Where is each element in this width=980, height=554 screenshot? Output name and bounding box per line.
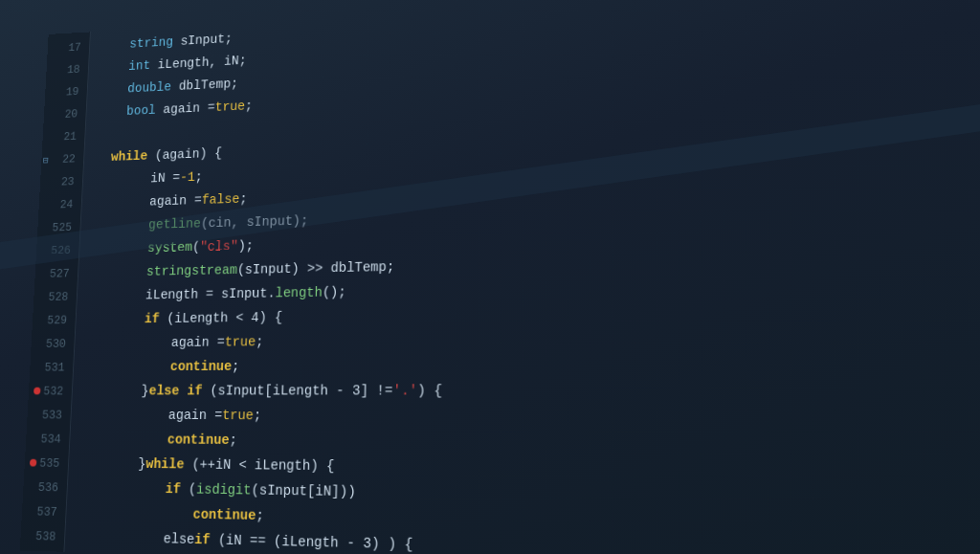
token-true: true — [214, 95, 245, 119]
line-num-20: 20 — [43, 102, 86, 126]
token-while: while — [145, 452, 185, 476]
line-num-533: 533 — [27, 403, 71, 427]
line-num-23: 23 — [39, 169, 82, 193]
token-type: bool — [126, 99, 157, 122]
token-else-if: else if — [148, 379, 203, 403]
line-num-525: 525 — [37, 215, 80, 239]
token-plain: ); — [237, 233, 254, 257]
code-line-531: continue ; — [87, 349, 980, 379]
token-plain: dblTemp; — [171, 72, 239, 98]
token-num: -1 — [180, 166, 196, 189]
token-plain: iLength = sInput. — [145, 281, 276, 307]
token-plain: (sInput[iN])) — [251, 477, 356, 504]
line-num-19: 19 — [45, 79, 88, 103]
token-false: false — [201, 188, 239, 212]
token-true: true — [222, 403, 254, 428]
token-continue: continue — [167, 428, 230, 453]
token-fn: getline — [148, 211, 202, 236]
code-content: string sInput; int iLength, iN; double d… — [64, 0, 980, 554]
token-if: if — [165, 476, 181, 501]
token-plain: ( — [180, 476, 196, 501]
token-type: string — [129, 31, 174, 55]
line-num-24: 24 — [38, 192, 81, 216]
token-str: "cls" — [200, 234, 239, 259]
token-type: double — [127, 76, 172, 100]
token-plain: (iN == (iLength - 3) ) { — [210, 527, 412, 554]
token-while: while — [110, 144, 147, 168]
token-plain: (++iN < iLength) { — [184, 452, 335, 478]
token-plain: ) { — [417, 378, 442, 403]
token-if: if — [144, 307, 160, 331]
token-plain: again = — [149, 188, 203, 213]
line-num-17: 17 — [47, 35, 90, 59]
token-plain: again = — [155, 96, 215, 122]
line-num-539: 539 — [19, 548, 64, 554]
token-plain: ; — [232, 354, 240, 379]
token-type: int — [128, 55, 151, 78]
token-fn: stringstream — [145, 258, 237, 284]
line-num-532: 532 — [28, 379, 72, 403]
line-num-528: 528 — [33, 285, 78, 309]
code-area: 17 18 19 20 21 22 23 24 525 526 527 528 … — [20, 0, 980, 554]
token-plain: else — [163, 526, 195, 552]
line-num-22: 22 — [41, 147, 84, 171]
token-plain: ; — [194, 166, 203, 189]
code-line-532: } else if (sInput[iLength - 3] != '.' ) … — [85, 377, 980, 405]
line-num-530: 530 — [31, 332, 75, 356]
token-plain: (cin, sInput); — [200, 209, 308, 235]
line-num-527: 527 — [34, 261, 78, 285]
token-fn: isdigit — [196, 477, 252, 503]
token-plain: (sInput) >> dblTemp; — [237, 255, 395, 281]
line-num-526: 526 — [35, 238, 79, 262]
token-true: true — [224, 330, 256, 355]
token-plain: again = — [167, 403, 222, 428]
line-num-534: 534 — [26, 427, 71, 451]
line-num-537: 537 — [21, 499, 66, 523]
token-continue: continue — [169, 354, 232, 379]
token-plain: again = — [170, 330, 225, 355]
token-fn: system — [147, 235, 193, 260]
token-plain: sInput; — [172, 27, 233, 53]
line-num-18: 18 — [46, 57, 89, 81]
line-num-531: 531 — [30, 355, 74, 379]
token-plain: ; — [256, 503, 264, 529]
line-num-536: 536 — [23, 475, 68, 499]
code-editor: 17 18 19 20 21 22 23 24 525 526 527 528 … — [0, 0, 980, 554]
line-num-538: 538 — [20, 523, 65, 549]
token-plain: (sInput[iLength - 3] != — [202, 378, 393, 403]
line-num-535: 535 — [24, 451, 69, 476]
token-plain: ; — [254, 403, 262, 428]
token-plain: ; — [229, 428, 237, 453]
token-plain: (iLength < 4) { — [159, 305, 282, 331]
token-plain: ; — [256, 330, 264, 354]
token-plain: ; — [245, 94, 254, 117]
token-plain: ; — [239, 187, 248, 211]
line-num-21: 21 — [42, 124, 85, 148]
token-fn: length — [275, 280, 323, 305]
token-plain: (again) { — [147, 142, 223, 167]
token-plain: iN = — [150, 166, 181, 190]
token-str: '.' — [392, 378, 417, 403]
line-num-529: 529 — [32, 308, 76, 332]
token-plain: (); — [323, 280, 346, 305]
token-continue: continue — [192, 502, 256, 529]
token-if: if — [194, 527, 211, 553]
